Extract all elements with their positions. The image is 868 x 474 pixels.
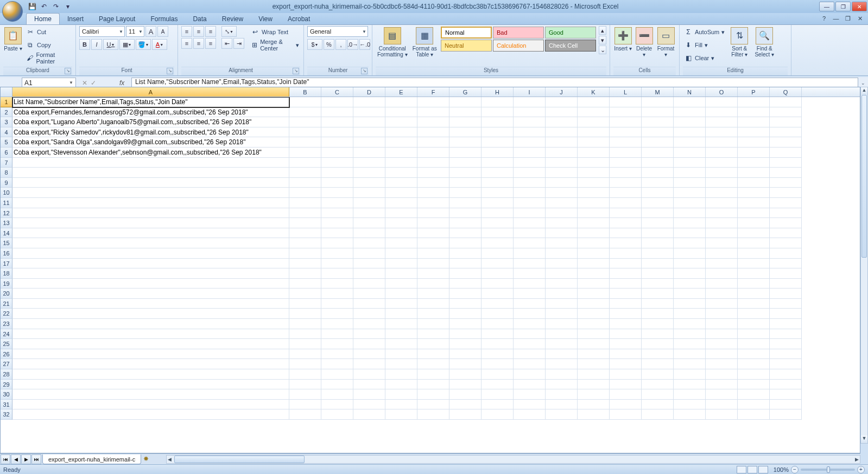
cell[interactable] [289, 309, 321, 319]
cell[interactable] [289, 178, 321, 188]
tab-home[interactable]: Home [26, 13, 60, 24]
cell[interactable] [610, 168, 642, 178]
cell[interactable] [481, 309, 514, 319]
cell[interactable]: Coba export,Fernandes,fernandesrog572@gm… [12, 107, 289, 118]
grow-font-button[interactable]: A [145, 26, 156, 37]
cell[interactable] [449, 268, 481, 279]
cell[interactable] [514, 309, 546, 319]
cell[interactable] [738, 218, 770, 228]
cell[interactable] [12, 289, 289, 299]
cell[interactable] [417, 339, 449, 349]
cell[interactable] [578, 137, 610, 148]
cell[interactable] [481, 127, 514, 138]
cell[interactable] [578, 228, 610, 239]
zoom-in[interactable]: + [857, 466, 865, 473]
cell[interactable] [289, 259, 321, 269]
cell[interactable] [481, 228, 514, 239]
cell[interactable] [546, 339, 578, 349]
cell[interactable] [289, 289, 321, 299]
cell[interactable] [385, 289, 417, 299]
cell[interactable] [706, 329, 738, 340]
cell[interactable] [738, 319, 770, 329]
cell[interactable] [674, 107, 706, 118]
cell[interactable] [321, 359, 353, 369]
cell[interactable] [385, 299, 417, 309]
view-page-layout[interactable] [747, 466, 757, 473]
cell[interactable] [289, 158, 321, 168]
view-page-break[interactable] [758, 466, 768, 473]
font-color-button[interactable]: A▼ [152, 39, 167, 50]
cell[interactable] [353, 168, 385, 178]
styles-scroll-down[interactable]: ▾ [599, 36, 606, 44]
cell[interactable] [738, 248, 770, 259]
cell[interactable] [417, 380, 449, 390]
cell[interactable] [578, 178, 610, 188]
cell[interactable] [546, 259, 578, 269]
cell[interactable] [674, 238, 706, 248]
cell[interactable] [610, 409, 642, 420]
cell[interactable] [385, 329, 417, 340]
cell[interactable] [642, 409, 674, 420]
cell[interactable]: Coba export,"Sandra Olga",sandolgav89@gm… [12, 137, 289, 148]
cell[interactable] [674, 400, 706, 410]
cell[interactable] [642, 329, 674, 340]
format-cells-button[interactable]: ▭Format ▾ [656, 26, 676, 57]
cancel-icon[interactable]: ✕ [80, 79, 89, 87]
cell[interactable] [449, 168, 481, 178]
cell[interactable] [610, 107, 642, 118]
cell[interactable] [738, 97, 770, 107]
cell[interactable] [449, 380, 481, 390]
office-button[interactable] [2, 1, 23, 22]
cell[interactable] [770, 178, 802, 188]
cell[interactable] [514, 369, 546, 380]
cell[interactable] [610, 127, 642, 138]
row-header[interactable]: 11 [1, 198, 12, 208]
cell[interactable] [770, 289, 802, 299]
cell[interactable] [385, 228, 417, 239]
cell[interactable] [321, 188, 353, 198]
cell[interactable] [449, 117, 481, 127]
cell[interactable] [353, 137, 385, 148]
cell[interactable] [770, 117, 802, 127]
cell[interactable] [12, 319, 289, 329]
cell[interactable] [449, 228, 481, 239]
row-header[interactable]: 20 [1, 289, 12, 299]
cell[interactable] [385, 380, 417, 390]
cell[interactable] [449, 208, 481, 219]
row-header[interactable]: 21 [1, 299, 12, 309]
cell[interactable] [449, 409, 481, 420]
cell[interactable] [610, 349, 642, 360]
cell[interactable] [706, 299, 738, 309]
cell[interactable] [738, 389, 770, 400]
style-calculation[interactable]: Calculation [493, 40, 544, 52]
cell[interactable] [738, 339, 770, 349]
cell[interactable] [481, 137, 514, 148]
cell[interactable] [770, 409, 802, 420]
cell[interactable] [353, 339, 385, 349]
cell[interactable] [385, 188, 417, 198]
cell[interactable] [385, 259, 417, 269]
cell[interactable] [12, 409, 289, 420]
cell[interactable] [481, 279, 514, 289]
font-launcher[interactable]: ↘ [167, 68, 173, 74]
cell[interactable] [706, 107, 738, 118]
number-launcher[interactable]: ↘ [361, 68, 368, 74]
fill-color-button[interactable]: 🪣▼ [136, 39, 151, 50]
cell[interactable] [353, 319, 385, 329]
cell[interactable] [385, 409, 417, 420]
cell[interactable] [481, 359, 514, 369]
row-header[interactable]: 14 [1, 228, 12, 239]
cell[interactable] [449, 218, 481, 228]
cell[interactable] [12, 380, 289, 390]
cell[interactable] [578, 409, 610, 420]
cell[interactable] [481, 97, 514, 107]
cell[interactable] [738, 117, 770, 127]
cell[interactable] [481, 389, 514, 400]
cell[interactable] [417, 158, 449, 168]
cell[interactable] [417, 228, 449, 239]
clipboard-launcher[interactable]: ↘ [65, 68, 71, 74]
row-header[interactable]: 10 [1, 188, 12, 198]
cell[interactable] [610, 289, 642, 299]
copy-button[interactable]: ⧉Copy [25, 39, 72, 51]
cell[interactable] [578, 97, 610, 107]
